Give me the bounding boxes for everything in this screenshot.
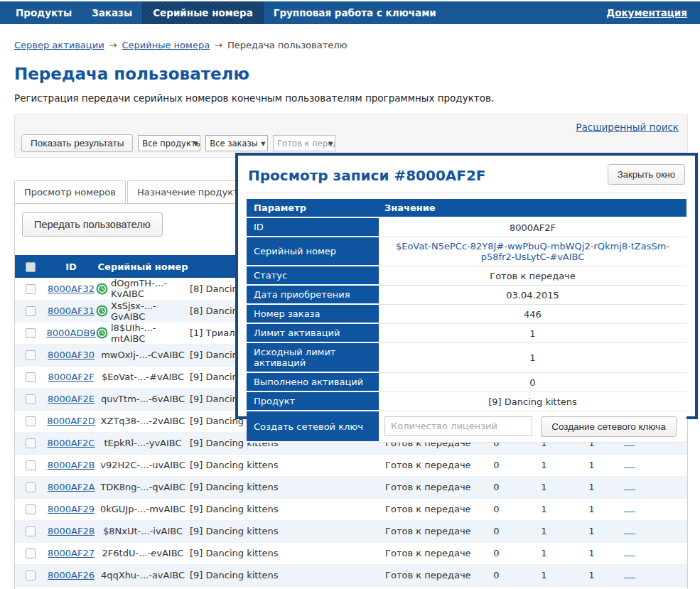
filter-select[interactable]: Готов к передаче ▼	[273, 135, 335, 151]
detail-param: Серийный номер	[247, 237, 379, 266]
row-id-link[interactable]: 8000ADB9	[46, 328, 95, 338]
original-limit-cell: 1	[568, 476, 615, 498]
tab[interactable]: Просмотр номеров	[14, 180, 126, 204]
dash-link[interactable]	[624, 571, 635, 578]
row-id-link[interactable]: 8000AF32	[48, 283, 95, 294]
detail-value: 1	[379, 343, 686, 373]
dash-link[interactable]	[624, 549, 635, 556]
status-cell: Готов к передаче	[384, 542, 473, 564]
dash-link[interactable]	[624, 526, 635, 534]
serial-number: 0kGUJp-...-mvAIBC	[100, 504, 185, 514]
row-id-link[interactable]: 8000AF2F	[48, 372, 94, 382]
filter-select[interactable]: Все продукты ▼	[138, 135, 200, 151]
column-header-id: ID	[46, 255, 96, 278]
clock-icon	[96, 305, 108, 317]
row-checkbox[interactable]	[26, 549, 36, 558]
chevron-down-icon: ▼	[261, 141, 265, 147]
row-checkbox[interactable]	[26, 372, 36, 382]
detail-value: Готов к передаче	[379, 266, 686, 286]
activation-limit-cell: 1	[520, 564, 568, 586]
filter-select-value: Готов к передаче	[277, 139, 335, 148]
activation-limit-cell: 1	[520, 454, 568, 476]
breadcrumb-link-activation-server[interactable]: Сервер активации	[14, 40, 104, 50]
dash-link[interactable]	[624, 482, 635, 490]
dash-link[interactable]	[624, 504, 635, 512]
serial-number: XsSjsx-...-GvAIBC	[111, 301, 190, 322]
row-id-link[interactable]: 8000AF28	[48, 526, 95, 536]
row-id-link[interactable]: 8000AF2B	[48, 460, 95, 470]
status-cell: Готов к передаче	[384, 564, 473, 586]
page-title: Передача пользователю	[14, 65, 687, 83]
row-checkbox[interactable]	[26, 394, 36, 404]
detail-param: Лимит активаций	[247, 324, 379, 343]
advanced-search-link[interactable]: Расширенный поиск	[576, 121, 679, 133]
param-column-header: Параметр	[247, 199, 379, 218]
serial-number: quvTtm-...-6vAIBC	[101, 394, 185, 404]
filter-box: Расширенный поиск Показать результаты Вс…	[14, 114, 688, 158]
row-id-link[interactable]: 8000AF2C	[48, 438, 95, 448]
select-all-checkbox[interactable]	[26, 262, 36, 272]
row-id-link[interactable]: 8000AF2A	[48, 482, 95, 492]
page-subtitle: Регистрация передачи серийных номеров ко…	[14, 92, 687, 104]
row-id-link[interactable]: 8000AF30	[48, 350, 95, 360]
close-modal-button[interactable]: Закрыть окно	[608, 164, 685, 185]
row-id-link[interactable]: 8000AF2E	[48, 394, 95, 404]
documentation-link[interactable]: Документация	[606, 1, 687, 24]
detail-value: 8000AF2F	[379, 218, 686, 237]
filter-select[interactable]: Все заказы ▼	[205, 135, 268, 151]
filter-select-value: Все продукты	[142, 139, 200, 148]
detail-value: 03.04.2015	[379, 286, 686, 305]
activations-done-cell: 0	[473, 542, 520, 564]
show-results-button[interactable]: Показать результаты	[21, 134, 133, 152]
serial-number: v92H2C-...-uvAIBC	[100, 460, 185, 470]
row-checkbox[interactable]	[26, 306, 36, 316]
status-cell: Готов к передаче	[384, 520, 473, 542]
serial-number: $EoVat-...-#vAIBC	[102, 372, 184, 382]
detail-row: Лимит активаций 1	[247, 324, 686, 343]
row-checkbox[interactable]	[26, 350, 36, 360]
activations-done-cell: 0	[473, 454, 520, 476]
row-id-link[interactable]: 8000AF27	[48, 548, 95, 558]
detail-row: Продукт [9] Dancing kittens	[247, 392, 686, 411]
row-checkbox[interactable]	[26, 328, 36, 338]
row-checkbox[interactable]	[26, 504, 36, 514]
row-checkbox[interactable]	[26, 526, 36, 536]
transfer-to-user-button[interactable]: Передать пользователю	[22, 212, 163, 237]
product-cell: [9] Dancing kittens	[190, 564, 384, 586]
detail-param: Номер заказа	[247, 305, 379, 324]
breadcrumb-arrow: →	[109, 40, 117, 50]
license-count-input[interactable]	[384, 416, 532, 436]
record-details-head: Параметр Значение	[247, 199, 686, 218]
dash-link[interactable]	[624, 460, 635, 468]
activations-done-cell: 0	[473, 564, 520, 586]
serial-number: dOgmTH-...-KvAIBC	[111, 278, 190, 299]
product-cell: [9] Dancing kittens	[190, 454, 384, 476]
breadcrumb-link-serial-numbers[interactable]: Серийные номера	[122, 40, 210, 50]
row-id-link[interactable]: 8000AF2D	[47, 416, 95, 426]
table-row: 8000AF26 4qqXhu-...-av	[15, 564, 687, 586]
serial-number: tEpkRl-...-yvAIBC	[104, 438, 181, 448]
row-id-link[interactable]: 8000AF31	[48, 306, 95, 316]
row-checkbox[interactable]	[26, 416, 36, 426]
row-checkbox[interactable]	[26, 571, 36, 580]
nav-item[interactable]: Серийные номера	[142, 1, 264, 24]
row-checkbox[interactable]	[26, 284, 36, 294]
row-checkbox[interactable]	[26, 482, 36, 492]
record-details-body: ID 8000AF2F Серийный номер $EoVat-N5ePCc…	[247, 218, 686, 411]
filter-row: Показать результаты Все продукты ▼ Все з…	[21, 134, 335, 152]
detail-param: Продукт	[247, 392, 379, 411]
row-id-link[interactable]: 8000AF29	[48, 504, 95, 514]
detail-param: ID	[247, 218, 379, 237]
row-id-link[interactable]: 8000AF26	[48, 570, 95, 580]
row-checkbox[interactable]	[26, 438, 36, 448]
network-key-body: Создать сетевой ключ Создание сетевого к…	[247, 411, 686, 443]
row-checkbox[interactable]	[26, 460, 36, 470]
detail-value: 0	[379, 373, 686, 392]
nav-item[interactable]: Групповая работа с ключами	[264, 1, 446, 24]
chevron-down-icon: ▼	[193, 141, 198, 147]
clock-icon	[96, 283, 108, 295]
record-view-modal: Просмотр записи #8000AF2F Закрыть окно П…	[235, 153, 698, 419]
create-network-key-button[interactable]: Создание сетевого ключа	[541, 416, 677, 437]
nav-item[interactable]: Продукты	[6, 1, 82, 24]
nav-item[interactable]: Заказы	[82, 1, 142, 24]
